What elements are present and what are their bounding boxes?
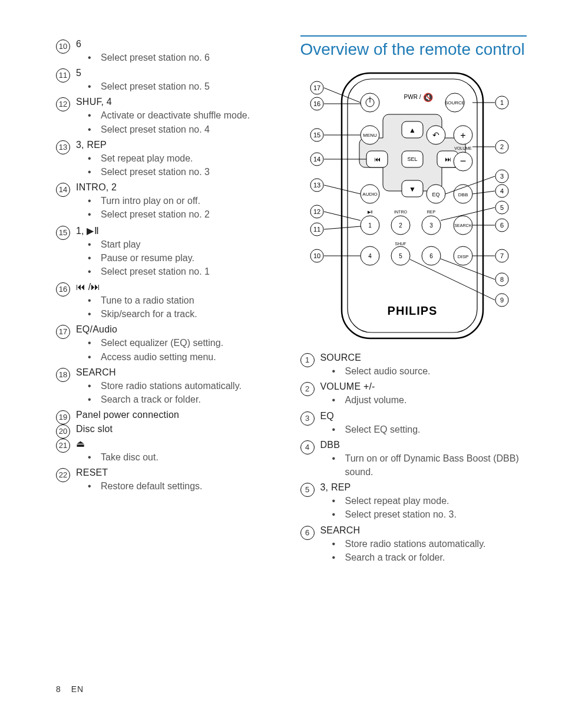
bullet: Select preset station no. 4 bbox=[88, 123, 283, 136]
svg-text:VOLUME: VOLUME bbox=[454, 146, 472, 150]
bullet: Store radio stations automatically. bbox=[88, 379, 283, 393]
svg-text:MENU: MENU bbox=[363, 133, 377, 138]
svg-text:1: 1 bbox=[500, 99, 503, 106]
item-bullets: Take disc out. bbox=[88, 450, 283, 464]
svg-text:13: 13 bbox=[313, 182, 320, 189]
svg-text:12: 12 bbox=[313, 208, 320, 215]
bullet: Select EQ setting. bbox=[332, 423, 527, 436]
item-title: INTRO, 2 bbox=[76, 182, 117, 192]
svg-text:16: 16 bbox=[313, 100, 320, 107]
svg-text:SEL: SEL bbox=[407, 156, 417, 162]
svg-text:4: 4 bbox=[500, 187, 503, 195]
callout-number: 12 bbox=[56, 97, 70, 111]
svg-text:5: 5 bbox=[500, 204, 503, 211]
item-bullets: Store radio stations automatically.Searc… bbox=[88, 379, 283, 406]
svg-text:3: 3 bbox=[500, 173, 503, 180]
callout-number: 22 bbox=[56, 468, 70, 482]
svg-text:▲: ▲ bbox=[409, 126, 416, 134]
item-title: SEARCH bbox=[76, 367, 116, 377]
callout-number: 5 bbox=[300, 483, 315, 497]
item-bullets: Select audio source. bbox=[332, 364, 527, 378]
bullet: Activate or deactivate shuffle mode. bbox=[88, 108, 283, 122]
item-bullets: Restore default settings. bbox=[88, 479, 283, 493]
svg-text:⏮: ⏮ bbox=[373, 156, 380, 163]
page-footer: 8 EN bbox=[56, 684, 84, 694]
callout-number: 13 bbox=[56, 140, 70, 154]
callout-number: 18 bbox=[56, 368, 70, 382]
bullet: Skip/search for a track. bbox=[88, 307, 283, 321]
left-item-13: 133, REPSet repeat play mode.Select pres… bbox=[56, 140, 283, 179]
svg-text:−: − bbox=[459, 155, 466, 167]
svg-text:PHILIPS: PHILIPS bbox=[387, 304, 437, 317]
callout-number: 17 bbox=[56, 325, 70, 339]
glyph-icon: ▶Ⅱ bbox=[87, 226, 98, 236]
svg-text:17: 17 bbox=[313, 84, 320, 91]
svg-text:INTRO: INTRO bbox=[394, 210, 407, 214]
item-bullets: Set repeat play mode.Select preset stati… bbox=[88, 151, 283, 179]
bullet: Set repeat play mode. bbox=[88, 151, 283, 165]
callout-number: 11 bbox=[56, 68, 70, 83]
callout-number: 2 bbox=[300, 382, 315, 396]
callout-number: 1 bbox=[300, 353, 315, 367]
callout-number: 3 bbox=[300, 411, 315, 426]
item-title: RESET bbox=[76, 467, 108, 477]
bullet: Tune to a radio station bbox=[88, 294, 283, 307]
bullet: Adjust volume. bbox=[332, 393, 527, 407]
item-bullets: Start playPause or resume play.Select pr… bbox=[88, 238, 283, 279]
item-bullets: Store radio stations automatically.Searc… bbox=[332, 537, 527, 564]
left-item-16: 16⏮ /⏭Tune to a radio stationSkip/search… bbox=[56, 282, 283, 321]
left-item-20: 20Disc slot bbox=[56, 424, 283, 434]
left-item-10: 106Select preset station no. 6 bbox=[56, 39, 283, 64]
svg-text:11: 11 bbox=[313, 226, 320, 233]
bullet: Start play bbox=[88, 238, 283, 251]
svg-text:2: 2 bbox=[500, 143, 503, 150]
item-title: EQ bbox=[320, 411, 335, 421]
svg-text:🔇: 🔇 bbox=[422, 93, 433, 103]
right-item-6: 6SEARCHStore radio stations automaticall… bbox=[300, 525, 527, 564]
callout-number: 4 bbox=[300, 440, 315, 454]
item-title: SEARCH bbox=[320, 525, 361, 535]
item-title: 3, REP bbox=[320, 482, 351, 492]
svg-text:EQ: EQ bbox=[432, 192, 439, 197]
bullet: Select preset station no. 5 bbox=[88, 80, 283, 93]
bullet: Search a track or folder. bbox=[332, 551, 527, 564]
bullet: Pause or resume play. bbox=[88, 251, 283, 265]
right-column: Overview of the remote control PWR / 🔇 S… bbox=[300, 35, 527, 568]
svg-text:3: 3 bbox=[429, 222, 433, 229]
item-title: VOLUME +/- bbox=[320, 381, 375, 391]
bullet: Select preset station no. 3. bbox=[332, 508, 527, 521]
svg-text:⏭: ⏭ bbox=[444, 156, 451, 163]
callout-number: 16 bbox=[56, 282, 70, 297]
right-item-2: 2VOLUME +/-Adjust volume. bbox=[300, 381, 527, 407]
bullet: Take disc out. bbox=[88, 450, 283, 464]
bullet: Turn on or off Dynamic Bass Boost (DBB) … bbox=[332, 452, 527, 479]
item-title: 3, REP bbox=[76, 140, 107, 150]
bullet: Select preset station no. 2 bbox=[88, 207, 283, 221]
svg-text:+: + bbox=[460, 130, 465, 140]
svg-text:▶Ⅱ: ▶Ⅱ bbox=[368, 210, 372, 214]
right-item-5: 53, REPSelect repeat play mode.Select pr… bbox=[300, 482, 527, 521]
item-title: EQ/Audio bbox=[76, 324, 117, 334]
item-title: 6 bbox=[76, 39, 81, 49]
glyph-icon: ⏮ /⏭ bbox=[76, 282, 101, 292]
section-title: Overview of the remote control bbox=[300, 35, 527, 59]
svg-text:10: 10 bbox=[313, 252, 320, 259]
item-title: ⏮ /⏭ bbox=[76, 282, 101, 292]
item-title: 5 bbox=[76, 68, 81, 78]
bullet: Access audio setting menu. bbox=[88, 350, 283, 364]
item-bullets: Select preset station no. 6 bbox=[88, 51, 283, 64]
bullet: Store radio stations automatically. bbox=[332, 537, 527, 551]
svg-text:AUDIO: AUDIO bbox=[362, 192, 377, 197]
bullet: Select preset station no. 1 bbox=[88, 265, 283, 278]
item-bullets: Turn intro play on or off.Select preset … bbox=[88, 194, 283, 221]
left-item-11: 115Select preset station no. 5 bbox=[56, 68, 283, 93]
bullet: Select audio source. bbox=[332, 364, 527, 378]
svg-text:4: 4 bbox=[368, 253, 372, 259]
svg-text:14: 14 bbox=[313, 156, 320, 163]
left-item-22: 22RESETRestore default settings. bbox=[56, 467, 283, 493]
item-bullets: Activate or deactivate shuffle mode.Sele… bbox=[88, 108, 283, 136]
callout-number: 20 bbox=[56, 424, 70, 439]
left-item-19: 19Panel power connection bbox=[56, 410, 283, 420]
right-item-1: 1SOURCESelect audio source. bbox=[300, 353, 527, 378]
remote-diagram: PWR / 🔇 SOURCE MENU ▲ ↶ bbox=[300, 67, 513, 344]
